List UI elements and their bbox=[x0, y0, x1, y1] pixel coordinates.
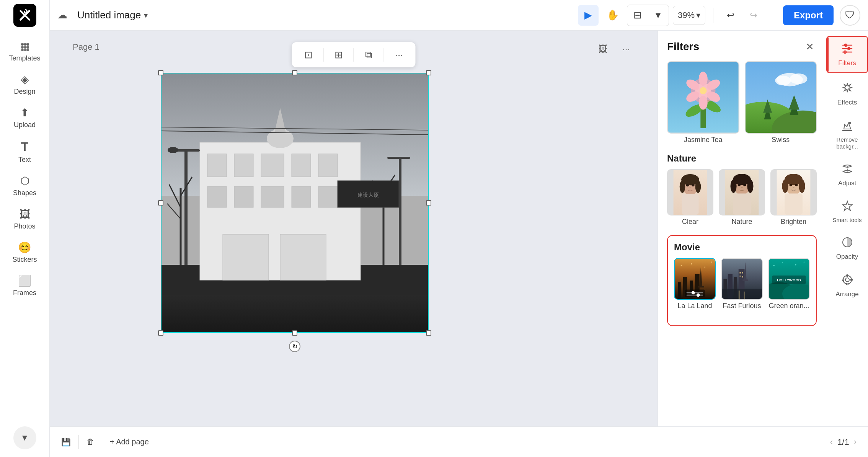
svg-point-99 bbox=[692, 291, 695, 294]
rs-item-arrange[interactable]: Arrange bbox=[826, 268, 868, 304]
prev-page-btn[interactable]: ‹ bbox=[830, 437, 833, 447]
left-sidebar: ▦ Templates ◈ Design ⬆ Upload T Text ⬡ S… bbox=[0, 0, 50, 457]
filter-item-lalaland[interactable]: La La Land bbox=[674, 258, 716, 310]
filter-name-nature: Nature bbox=[731, 218, 752, 226]
zoom-control[interactable]: 39% ▾ bbox=[673, 6, 705, 25]
handle-top-right[interactable] bbox=[426, 70, 431, 75]
svg-point-64 bbox=[695, 180, 701, 193]
shield-button[interactable]: 🛡 bbox=[840, 5, 860, 26]
filter-thumb-fastfurious bbox=[721, 258, 763, 300]
filter-grid-movie: La La Land bbox=[674, 258, 810, 310]
next-page-btn[interactable]: › bbox=[854, 437, 857, 447]
rs-item-adjust[interactable]: Adjust bbox=[826, 157, 868, 193]
rs-label-opacity: Opacity bbox=[836, 253, 858, 261]
sidebar-item-photos[interactable]: 🖼 Photos bbox=[0, 202, 49, 236]
page-thumbnail-btn[interactable]: 🖼 bbox=[595, 41, 612, 57]
sidebar-item-templates[interactable]: ▦ Templates bbox=[0, 34, 49, 68]
close-icon: ✕ bbox=[806, 41, 814, 53]
toolbar-sep2 bbox=[354, 48, 354, 62]
rs-item-smart-tools[interactable]: Smart tools bbox=[826, 194, 868, 229]
canvas-image-wrapper[interactable]: 建设大厦 ↻ bbox=[161, 73, 429, 333]
svg-point-121 bbox=[773, 264, 775, 266]
rs-item-filters[interactable]: Filters bbox=[826, 36, 868, 73]
svg-rect-110 bbox=[742, 272, 744, 274]
rotate-handle[interactable]: ↻ bbox=[289, 341, 300, 352]
save-icon: 💾 bbox=[61, 437, 71, 447]
handle-bot-left[interactable] bbox=[158, 330, 163, 336]
select-tool-btn[interactable]: ▶ bbox=[578, 5, 599, 26]
title-chevron-icon[interactable]: ▾ bbox=[144, 11, 148, 20]
svg-rect-13 bbox=[292, 186, 311, 207]
svg-point-72 bbox=[731, 179, 737, 193]
svg-rect-108 bbox=[742, 279, 748, 281]
svg-point-133 bbox=[845, 278, 849, 282]
sidebar-item-shapes[interactable]: ⬡ Shapes bbox=[0, 169, 49, 202]
filter-item-greenoran[interactable]: HOLLYWOOD Green oran... bbox=[768, 258, 810, 310]
sidebar-item-frames[interactable]: ⬜ Frames bbox=[0, 269, 49, 302]
export-button[interactable]: Export bbox=[783, 5, 834, 25]
frame-chevron-btn[interactable]: ▾ bbox=[648, 5, 669, 26]
page-more-btn[interactable]: ··· bbox=[618, 41, 635, 57]
svg-rect-111 bbox=[739, 275, 741, 277]
delete-btn[interactable]: 🗑 bbox=[86, 437, 94, 446]
undo-btn[interactable]: ↩ bbox=[721, 6, 740, 25]
filter-grid-top: Jasmine Tea bbox=[667, 61, 817, 144]
more-options-btn[interactable]: ··· bbox=[389, 44, 410, 65]
sidebar-item-text[interactable]: T Text bbox=[0, 134, 49, 169]
filters-rs-icon bbox=[841, 42, 854, 58]
adjust-rs-icon bbox=[841, 162, 854, 178]
sidebar-item-design[interactable]: ◈ Design bbox=[0, 68, 49, 101]
rs-item-effects[interactable]: Effects bbox=[826, 76, 868, 112]
layers-btn[interactable]: ⧉ bbox=[359, 44, 379, 65]
filter-item-clear[interactable]: Clear bbox=[667, 169, 713, 226]
svg-rect-11 bbox=[234, 186, 253, 207]
handle-top-left[interactable] bbox=[158, 70, 163, 75]
handle-top-mid[interactable] bbox=[292, 70, 297, 75]
filter-item-fastfurious[interactable]: Fast Furious bbox=[721, 258, 763, 310]
filter-item-swiss[interactable]: Swiss bbox=[745, 61, 817, 144]
svg-point-124 bbox=[804, 261, 805, 263]
handle-mid-right[interactable] bbox=[426, 200, 431, 206]
filter-thumb-jasmine bbox=[667, 61, 739, 134]
filter-item-jasmine[interactable]: Jasmine Tea bbox=[667, 61, 739, 144]
sidebar-label-design: Design bbox=[14, 88, 35, 96]
bottom-sep1 bbox=[78, 435, 79, 449]
svg-point-95 bbox=[704, 266, 705, 268]
svg-point-66 bbox=[692, 184, 694, 186]
handle-bot-mid[interactable] bbox=[292, 330, 297, 336]
grid-icon: ⊞ bbox=[334, 49, 343, 61]
panel-header: Filters ✕ bbox=[667, 40, 817, 54]
svg-rect-109 bbox=[739, 272, 741, 274]
crop-btn[interactable]: ⊡ bbox=[298, 44, 319, 65]
panel-close-btn[interactable]: ✕ bbox=[803, 40, 817, 54]
section-movie-title: Movie bbox=[674, 242, 810, 253]
app-logo[interactable] bbox=[13, 4, 36, 27]
svg-marker-130 bbox=[843, 201, 852, 211]
sidebar-item-upload[interactable]: ⬆ Upload bbox=[0, 101, 49, 134]
sidebar-label-photos: Photos bbox=[14, 222, 35, 230]
toolbar-sep3 bbox=[384, 48, 384, 62]
svg-point-65 bbox=[686, 184, 689, 186]
grid-btn[interactable]: ⊞ bbox=[328, 44, 349, 65]
handle-mid-left[interactable] bbox=[158, 200, 163, 206]
handle-bot-right[interactable] bbox=[426, 330, 431, 336]
hand-tool-btn[interactable]: ✋ bbox=[602, 5, 623, 26]
svg-rect-10 bbox=[207, 186, 227, 207]
thumbnail-icon: 🖼 bbox=[599, 44, 608, 54]
frame-btn[interactable]: ⊟ bbox=[627, 5, 648, 26]
redo-btn[interactable]: ↪ bbox=[744, 6, 763, 25]
rs-label-effects: Effects bbox=[837, 99, 857, 106]
rs-item-opacity[interactable]: Opacity bbox=[826, 230, 868, 266]
sidebar-collapse-btn[interactable]: ▼ bbox=[13, 426, 36, 449]
filter-item-brighten[interactable]: Brighten bbox=[770, 169, 817, 226]
svg-point-101 bbox=[697, 293, 700, 297]
sidebar-label-text: Text bbox=[18, 156, 31, 164]
save-btn[interactable]: 💾 bbox=[61, 437, 71, 447]
filter-item-nature[interactable]: Nature bbox=[719, 169, 765, 226]
add-page-btn[interactable]: + Add page bbox=[110, 437, 149, 446]
sidebar-item-stickers[interactable]: 😊 Stickers bbox=[0, 236, 49, 269]
filter-thumb-greenoran: HOLLYWOOD bbox=[768, 258, 810, 300]
svg-point-75 bbox=[743, 184, 746, 186]
svg-point-57 bbox=[790, 73, 807, 84]
rs-item-remove-bg[interactable]: Remove backgr... bbox=[826, 114, 868, 155]
